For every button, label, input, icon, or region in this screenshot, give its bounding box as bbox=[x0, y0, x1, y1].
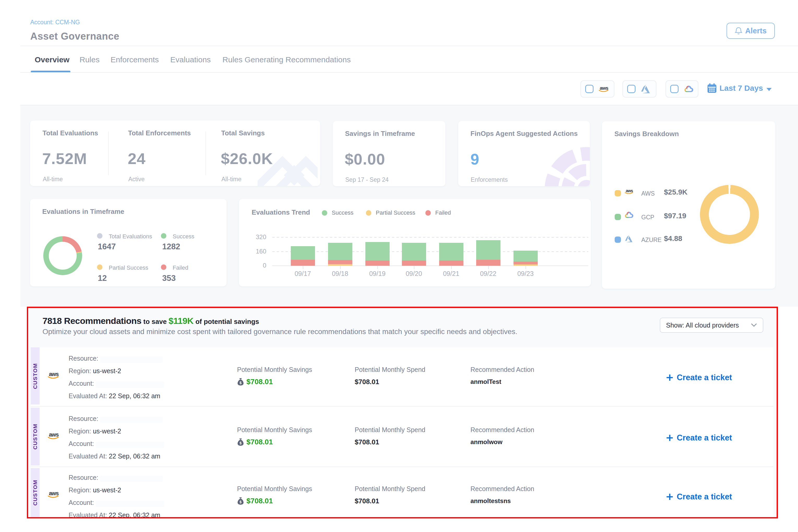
svg-text:aws: aws bbox=[49, 372, 58, 377]
svg-text:aws: aws bbox=[49, 491, 58, 496]
svg-text:aws: aws bbox=[49, 432, 58, 438]
svg-text:$: $ bbox=[240, 381, 242, 385]
svg-text:$: $ bbox=[240, 500, 242, 504]
svg-text:$: $ bbox=[240, 441, 242, 445]
svg-text:aws: aws bbox=[626, 189, 633, 193]
svg-text:aws: aws bbox=[600, 86, 608, 91]
